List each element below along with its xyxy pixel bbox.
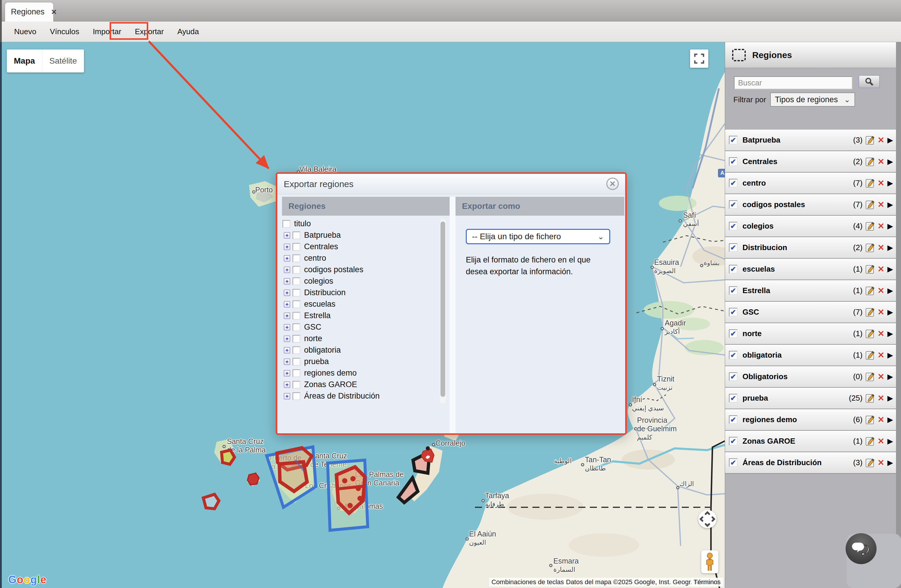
expand-region-icon[interactable]: ▶ (887, 179, 893, 187)
region-checkbox[interactable]: ✔ (729, 437, 737, 445)
expand-region-icon[interactable]: ▶ (887, 308, 893, 317)
keyboard-shortcuts-link[interactable]: Combinaciones de teclas (489, 578, 566, 586)
tree-expander-icon[interactable]: + (284, 370, 290, 376)
edit-region-icon[interactable] (865, 393, 875, 403)
region-checkbox[interactable]: ✔ (729, 308, 737, 317)
menu-item-vinculos[interactable]: Vínculos (50, 27, 79, 36)
tree-checkbox[interactable] (293, 346, 300, 354)
expand-region-icon[interactable]: ▶ (887, 243, 893, 252)
tree-expander-icon[interactable]: + (284, 335, 290, 342)
sidebar-scrollbar[interactable] (896, 42, 901, 588)
tab-regiones[interactable]: Regiones ✕ (5, 2, 54, 22)
edit-region-icon[interactable] (865, 458, 875, 468)
tree-checkbox[interactable] (293, 243, 300, 251)
delete-region-icon[interactable]: ✕ (878, 221, 884, 231)
chat-button[interactable] (846, 533, 876, 564)
edit-region-icon[interactable] (865, 329, 875, 338)
expand-region-icon[interactable]: ▶ (887, 437, 893, 445)
edit-region-icon[interactable] (865, 157, 875, 167)
edit-region-icon[interactable] (865, 243, 875, 253)
menu-item-ayuda[interactable]: Ayuda (178, 27, 199, 36)
tree-checkbox[interactable] (293, 335, 300, 343)
dialog-close-button[interactable]: ✕ (606, 178, 619, 190)
expand-region-icon[interactable]: ▶ (887, 329, 893, 338)
delete-region-icon[interactable]: ✕ (878, 200, 884, 209)
region-checkbox[interactable]: ✔ (729, 265, 737, 273)
edit-region-icon[interactable] (865, 135, 875, 145)
tree-checkbox[interactable] (293, 358, 300, 366)
region-checkbox[interactable]: ✔ (729, 200, 737, 209)
delete-region-icon[interactable]: ✕ (878, 415, 884, 424)
tree-expander-icon[interactable]: + (284, 290, 290, 296)
fullscreen-button[interactable] (690, 50, 708, 68)
tree-expander-icon[interactable]: + (284, 382, 290, 388)
tree-expander-icon[interactable]: + (284, 324, 290, 331)
region-checkbox[interactable]: ✔ (729, 329, 737, 338)
tree-checkbox[interactable] (293, 392, 300, 400)
menu-item-nuevo[interactable]: Nuevo (14, 27, 36, 36)
region-checkbox[interactable]: ✔ (729, 286, 737, 295)
edit-region-icon[interactable] (865, 264, 875, 274)
region-checkbox[interactable]: ✔ (729, 222, 737, 230)
edit-region-icon[interactable] (865, 372, 875, 382)
tree-expander-icon[interactable]: + (284, 301, 290, 307)
region-checkbox[interactable]: ✔ (729, 394, 737, 402)
tree-checkbox[interactable] (293, 381, 300, 388)
tree-checkbox[interactable] (282, 220, 290, 228)
expand-region-icon[interactable]: ▶ (887, 286, 893, 295)
edit-region-icon[interactable] (865, 221, 875, 231)
edit-region-icon[interactable] (865, 307, 875, 317)
delete-region-icon[interactable]: ✕ (878, 243, 884, 253)
expand-region-icon[interactable]: ▶ (887, 415, 893, 424)
tree-expander-icon[interactable]: + (284, 267, 290, 273)
filter-type-select[interactable]: Tipos de regiones ⌄ (770, 92, 855, 107)
delete-region-icon[interactable]: ✕ (878, 350, 884, 360)
tree-expander-icon[interactable]: + (284, 393, 290, 399)
edit-region-icon[interactable] (865, 286, 875, 295)
tree-checkbox[interactable] (293, 370, 300, 377)
edit-region-icon[interactable] (865, 415, 875, 424)
pegman-control[interactable] (701, 550, 718, 573)
expand-region-icon[interactable]: ▶ (887, 136, 893, 144)
expand-region-icon[interactable]: ▶ (887, 222, 893, 230)
region-checkbox[interactable]: ✔ (729, 243, 737, 252)
region-checkbox[interactable]: ✔ (729, 157, 737, 166)
expand-region-icon[interactable]: ▶ (887, 265, 893, 273)
menu-item-exportar[interactable]: Exportar (135, 27, 164, 36)
region-checkbox[interactable]: ✔ (729, 415, 737, 424)
tree-scrollbar-track[interactable] (440, 218, 446, 404)
expand-region-icon[interactable]: ▶ (887, 372, 893, 381)
edit-region-icon[interactable] (865, 350, 875, 360)
tree-expander-icon[interactable]: + (284, 243, 290, 250)
delete-region-icon[interactable]: ✕ (878, 329, 884, 338)
tree-checkbox[interactable] (293, 278, 300, 285)
tree-checkbox[interactable] (293, 312, 300, 320)
expand-region-icon[interactable]: ▶ (887, 394, 893, 402)
map-type-mapa-button[interactable]: Mapa (7, 50, 42, 72)
edit-region-icon[interactable] (865, 178, 875, 188)
edit-region-icon[interactable] (865, 436, 875, 446)
search-input[interactable] (734, 76, 853, 89)
tab-close-icon[interactable]: ✕ (51, 8, 57, 16)
delete-region-icon[interactable]: ✕ (878, 178, 884, 188)
search-button[interactable] (859, 75, 880, 88)
region-checkbox[interactable]: ✔ (729, 136, 737, 144)
region-checkbox[interactable]: ✔ (729, 179, 737, 187)
expand-region-icon[interactable]: ▶ (887, 459, 893, 467)
region-checkbox[interactable]: ✔ (729, 351, 737, 359)
tree-scrollbar-thumb[interactable] (441, 221, 445, 397)
delete-region-icon[interactable]: ✕ (878, 286, 884, 295)
delete-region-icon[interactable]: ✕ (878, 264, 884, 274)
tree-expander-icon[interactable]: + (284, 232, 290, 239)
tree-checkbox[interactable] (293, 301, 300, 308)
terms-link[interactable]: Términos (691, 578, 723, 586)
tree-expander-icon[interactable]: + (284, 347, 290, 354)
tree-checkbox[interactable] (293, 289, 300, 297)
tree-expander-icon[interactable]: + (284, 313, 290, 319)
file-type-select[interactable]: -- Elija un tipo de fichero ⌄ (466, 229, 610, 244)
region-checkbox[interactable]: ✔ (729, 372, 737, 381)
menu-item-importar[interactable]: Importar (93, 27, 122, 36)
tree-expander-icon[interactable]: + (284, 255, 290, 262)
tree-checkbox[interactable] (293, 232, 300, 239)
delete-region-icon[interactable]: ✕ (878, 372, 884, 382)
